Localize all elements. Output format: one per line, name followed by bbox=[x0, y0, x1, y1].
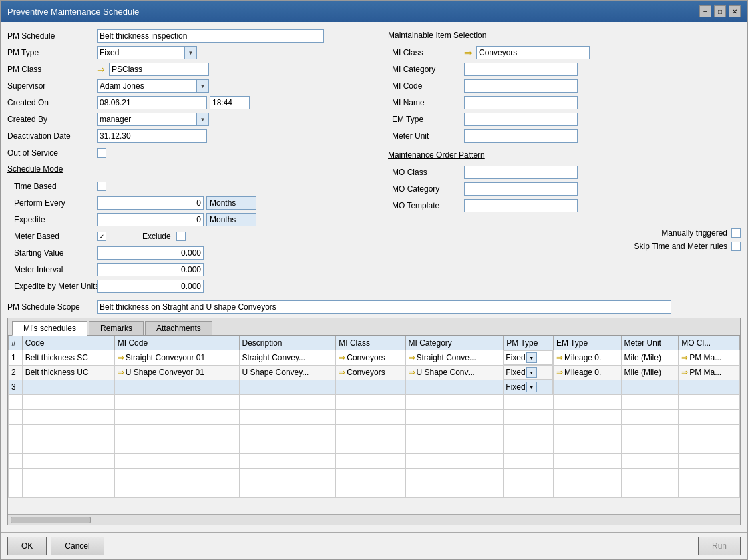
created-on-row: Created On bbox=[7, 95, 375, 110]
em-type-input[interactable] bbox=[464, 113, 578, 126]
table-cell-empty bbox=[336, 483, 405, 498]
supervisor-dropdown[interactable] bbox=[97, 79, 209, 93]
meter-interval-input[interactable] bbox=[97, 263, 204, 276]
pm-type-dropdown[interactable] bbox=[97, 46, 197, 59]
close-button[interactable]: ✕ bbox=[729, 5, 741, 17]
table-cell: 1 bbox=[9, 350, 23, 366]
pm-schedule-input[interactable] bbox=[97, 29, 324, 43]
run-button[interactable]: Run bbox=[698, 537, 741, 555]
expedite-meter-input[interactable] bbox=[97, 280, 204, 293]
exclude-checkbox[interactable] bbox=[176, 232, 186, 241]
maximize-button[interactable]: □ bbox=[714, 5, 726, 17]
table-cell-empty bbox=[22, 454, 114, 469]
mo-template-row: MO Template bbox=[388, 198, 741, 213]
pm-scope-input[interactable] bbox=[97, 300, 671, 314]
tab-remarks[interactable]: Remarks bbox=[89, 321, 144, 335]
deactivation-input[interactable] bbox=[97, 129, 207, 143]
table-cell-empty bbox=[114, 469, 239, 483]
mo-template-input[interactable] bbox=[464, 199, 578, 212]
created-by-arrow[interactable] bbox=[197, 113, 209, 126]
expedite-label: Expedite bbox=[7, 215, 94, 224]
meter-interval-label: Meter Interval bbox=[7, 265, 94, 274]
mi-class-input[interactable] bbox=[476, 46, 590, 59]
perform-every-row: Perform Every Months bbox=[7, 196, 375, 210]
mi-code-input[interactable] bbox=[464, 79, 578, 93]
starting-value-input[interactable] bbox=[97, 246, 204, 260]
table-cell-empty bbox=[621, 439, 679, 454]
created-on-time-input[interactable] bbox=[210, 96, 250, 109]
pm-type-input[interactable] bbox=[97, 46, 185, 59]
supervisor-input[interactable] bbox=[97, 79, 197, 93]
minimize-button[interactable]: − bbox=[699, 5, 711, 17]
supervisor-arrow[interactable] bbox=[197, 79, 209, 93]
time-based-label: Time Based bbox=[7, 182, 94, 191]
table-cell-empty bbox=[405, 454, 504, 469]
cell-arrow-icon: ⇒ bbox=[339, 353, 345, 362]
col-mi-code: MI Code bbox=[114, 336, 239, 350]
tab-mi-schedules[interactable]: MI's schedules bbox=[12, 321, 87, 336]
created-on-date-input[interactable] bbox=[97, 96, 207, 109]
table-cell: ⇒Mileage 0. bbox=[553, 350, 621, 366]
table-cell-empty bbox=[679, 483, 740, 498]
table-cell-empty bbox=[9, 410, 23, 425]
pm-type-arrow[interactable] bbox=[185, 46, 197, 59]
expedite-unit: Months bbox=[206, 213, 256, 226]
meter-based-checkbox[interactable] bbox=[97, 232, 106, 241]
pm-type-dropdown-btn[interactable]: ▼ bbox=[526, 367, 537, 378]
cell-arrow-icon: ⇒ bbox=[118, 368, 124, 377]
pm-type-dropdown-btn[interactable]: ▼ bbox=[526, 352, 537, 363]
created-by-dropdown[interactable] bbox=[97, 113, 209, 126]
table-cell: Fixed▼ bbox=[504, 350, 553, 365]
table-cell-empty bbox=[621, 469, 679, 483]
time-based-checkbox[interactable] bbox=[97, 182, 106, 191]
table-cell: ⇒Straight Conveyour 01 bbox=[114, 350, 239, 366]
perform-every-input[interactable] bbox=[97, 196, 204, 210]
scrollbar-thumb[interactable] bbox=[11, 517, 91, 523]
horizontal-scrollbar[interactable] bbox=[8, 514, 740, 525]
mo-class-input[interactable] bbox=[464, 166, 578, 179]
mo-category-input[interactable] bbox=[464, 182, 578, 196]
pm-type-dropdown-btn[interactable]: ▼ bbox=[526, 382, 537, 392]
main-content: PM Schedule PM Type PM Class ⇒ bbox=[1, 22, 747, 532]
created-by-row: Created By bbox=[7, 112, 375, 127]
top-section: PM Schedule PM Type PM Class ⇒ bbox=[7, 29, 741, 294]
table-cell-empty bbox=[239, 454, 336, 469]
supervisor-label: Supervisor bbox=[7, 81, 94, 91]
mo-class-row: MO Class bbox=[388, 165, 741, 180]
expedite-input[interactable] bbox=[97, 213, 204, 226]
table-cell-empty bbox=[553, 425, 621, 439]
exclude-label: Exclude bbox=[142, 232, 171, 241]
mi-name-input[interactable] bbox=[464, 96, 578, 109]
table-cell-empty bbox=[9, 439, 23, 454]
created-by-input[interactable] bbox=[97, 113, 197, 126]
pm-class-row: PM Class ⇒ bbox=[7, 62, 375, 77]
skip-time-checkbox[interactable] bbox=[731, 242, 741, 251]
bottom-bar: OK Cancel Run bbox=[1, 532, 747, 559]
pm-class-label: PM Class bbox=[7, 65, 94, 74]
mi-schedules-table: # Code MI Code Description MI Class MI C… bbox=[8, 336, 740, 498]
window-title: Preventive Maintenance Schedule bbox=[7, 7, 139, 17]
pm-class-input[interactable] bbox=[109, 63, 209, 76]
tab-attachments[interactable]: Attachments bbox=[145, 321, 212, 335]
table-cell-empty bbox=[22, 395, 114, 410]
out-of-service-checkbox[interactable] bbox=[97, 148, 106, 158]
mo-class-label: MO Class bbox=[388, 168, 461, 177]
col-pm-type: PM Type bbox=[504, 336, 554, 350]
ok-button[interactable]: OK bbox=[7, 537, 47, 555]
table-cell-empty bbox=[405, 483, 504, 498]
table-cell-empty bbox=[239, 483, 336, 498]
table-cell: Belt thickness SC bbox=[22, 350, 114, 366]
table-cell-empty bbox=[22, 439, 114, 454]
table-cell-empty bbox=[114, 395, 239, 410]
table-cell: 2 bbox=[9, 365, 23, 380]
table-cell-empty bbox=[114, 439, 239, 454]
mi-category-input[interactable] bbox=[464, 63, 578, 76]
cancel-button[interactable]: Cancel bbox=[51, 537, 104, 555]
table-cell-empty bbox=[621, 395, 679, 410]
created-by-label: Created By bbox=[7, 115, 94, 124]
meter-unit-input[interactable] bbox=[464, 129, 578, 143]
mi-class-row: MI Class ⇒ bbox=[388, 45, 741, 60]
table-cell-empty bbox=[239, 425, 336, 439]
col-em-type: EM Type bbox=[553, 336, 621, 350]
manually-triggered-checkbox[interactable] bbox=[731, 228, 741, 238]
